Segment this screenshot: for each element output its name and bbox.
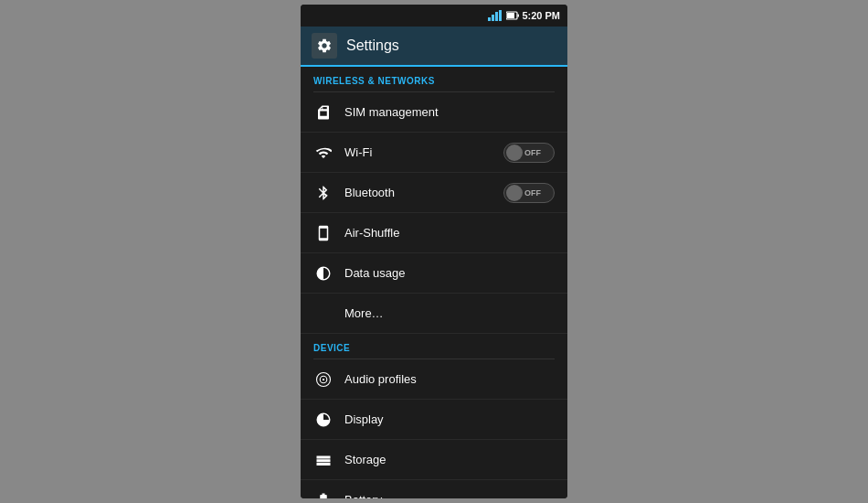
wifi-label: Wi-Fi <box>344 145 503 159</box>
sim-label: SIM management <box>344 105 555 119</box>
section-header-wireless: WIRELESS & NETWORKS <box>301 67 567 91</box>
bluetooth-label: Bluetooth <box>344 186 503 199</box>
page-title: Settings <box>346 37 399 54</box>
menu-item-display[interactable]: Display <box>301 400 567 440</box>
signal-bars-icon <box>488 10 502 21</box>
settings-content: WIRELESS & NETWORKS SIM management <box>301 67 567 498</box>
battery-icon <box>313 490 333 499</box>
settings-header-icon <box>312 33 337 59</box>
menu-item-airshuffle[interactable]: Air-Shuffle <box>301 213 567 253</box>
storage-label: Storage <box>344 453 555 466</box>
menu-item-datausage[interactable]: Data usage <box>301 253 567 294</box>
svg-rect-1 <box>518 15 520 17</box>
bluetooth-toggle[interactable]: OFF <box>503 183 555 203</box>
audio-profiles-label: Audio profiles <box>344 372 555 386</box>
storage-icon <box>313 450 333 470</box>
status-icons: 5:20 PM <box>488 7 560 24</box>
section-header-device: DEVICE <box>301 334 567 359</box>
app-header: Settings <box>301 27 567 67</box>
wifi-icon <box>313 143 333 163</box>
menu-item-storage[interactable]: Storage <box>301 440 567 480</box>
section-wireless: WIRELESS & NETWORKS SIM management <box>301 67 567 334</box>
menu-item-sim[interactable]: SIM management <box>301 92 567 133</box>
status-bar: 5:20 PM <box>301 5 567 27</box>
airshuffle-icon <box>313 223 333 243</box>
battery-label: Battery <box>344 493 555 498</box>
menu-item-bluetooth[interactable]: Bluetooth OFF <box>301 173 567 213</box>
audio-profiles-icon <box>313 369 333 390</box>
menu-item-wifi[interactable]: Wi-Fi OFF <box>301 133 567 173</box>
more-label: More… <box>344 306 555 320</box>
section-device: DEVICE Audio profiles <box>301 334 567 498</box>
sim-icon <box>313 102 333 123</box>
phone-container: 5:20 PM Settings WIRELESS & NETWORKS S <box>301 5 567 498</box>
menu-item-more[interactable]: More… <box>301 294 567 334</box>
battery-status-icon <box>506 7 519 24</box>
wifi-toggle-thumb <box>506 144 523 161</box>
bluetooth-toggle-thumb <box>506 185 523 201</box>
status-time: 5:20 PM <box>522 10 560 21</box>
svg-rect-2 <box>507 13 514 18</box>
airshuffle-label: Air-Shuffle <box>344 226 555 240</box>
display-icon <box>313 410 333 430</box>
svg-point-5 <box>323 378 324 380</box>
data-usage-label: Data usage <box>344 266 555 280</box>
menu-item-audioprofiles[interactable]: Audio profiles <box>301 359 567 400</box>
menu-item-battery[interactable]: Battery <box>301 480 567 498</box>
display-label: Display <box>344 412 555 426</box>
data-usage-icon <box>313 263 333 284</box>
bluetooth-icon <box>313 183 333 203</box>
wifi-toggle[interactable]: OFF <box>503 143 555 163</box>
